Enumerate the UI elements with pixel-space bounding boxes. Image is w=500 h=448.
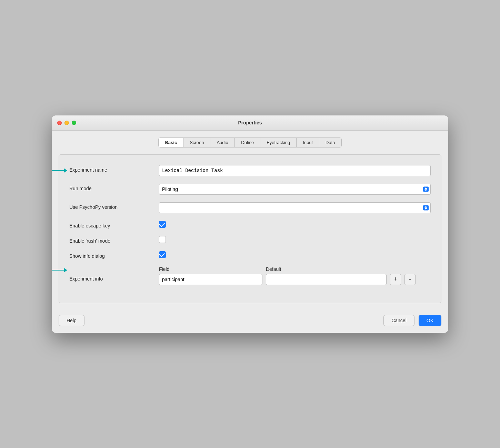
arrow-up-icon (424, 187, 427, 189)
run-mode-row: Run mode Piloting Running (69, 184, 431, 195)
rush-mode-checkbox[interactable] (159, 236, 166, 243)
title-bar: Properties (52, 115, 448, 131)
show-info-dialog-checkbox-wrapper (159, 251, 431, 258)
window-footer: Help Cancel OK (52, 310, 448, 333)
arrow-down-icon (424, 208, 427, 210)
minimize-button[interactable] (64, 121, 69, 125)
psychopy-version-select-wrapper (159, 202, 431, 213)
show-info-dialog-label: Show info dialog (69, 251, 159, 259)
footer-right: Cancel OK (383, 315, 441, 326)
rush-mode-row: Enable 'rush' mode (69, 236, 431, 244)
experiment-name-control (159, 165, 431, 176)
info-table-header: Field Default (159, 266, 431, 272)
cancel-button[interactable]: Cancel (383, 315, 414, 326)
window-body: Basic Screen Audio Online Eyetracking In… (52, 131, 448, 310)
tab-input[interactable]: Input (296, 138, 319, 147)
info-default-input[interactable] (266, 274, 387, 285)
experiment-name-label: Experiment name (69, 165, 159, 173)
escape-key-row: Enable escape key (69, 221, 431, 228)
traffic-lights (57, 121, 76, 125)
tab-bar: Basic Screen Audio Online Eyetracking In… (59, 138, 441, 147)
close-button[interactable] (57, 121, 62, 125)
tab-data[interactable]: Data (319, 138, 341, 147)
escape-key-label: Enable escape key (69, 221, 159, 228)
psychopy-version-row: Use PsychoPy version (69, 202, 431, 213)
psychopy-version-arrows[interactable] (423, 205, 429, 210)
show-info-dialog-row: Show info dialog (69, 251, 431, 259)
run-mode-select[interactable]: Piloting Running (159, 184, 431, 195)
experiment-name-input[interactable] (159, 165, 431, 176)
info-field-input[interactable] (159, 274, 262, 285)
maximize-button[interactable] (72, 121, 76, 125)
tab-online[interactable]: Online (234, 138, 260, 147)
experiment-info-row: Experiment info Field Default + - (69, 266, 431, 285)
rush-mode-checkbox-wrapper (159, 236, 431, 243)
info-table-row: + - (159, 274, 431, 285)
tab-basic[interactable]: Basic (158, 138, 183, 147)
field-header: Field (159, 266, 266, 272)
ok-button[interactable]: OK (419, 315, 441, 326)
run-mode-select-wrapper: Piloting Running (159, 184, 431, 195)
experiment-name-row: Experiment name (69, 165, 431, 176)
psychopy-version-label: Use PsychoPy version (69, 202, 159, 210)
arrow-up-icon (424, 206, 427, 207)
window-title: Properties (238, 120, 262, 125)
remove-info-button[interactable]: - (404, 274, 416, 285)
escape-key-checkbox-wrapper (159, 221, 431, 228)
rush-mode-label: Enable 'rush' mode (69, 236, 159, 244)
psychopy-version-control (159, 202, 431, 213)
tab-audio[interactable]: Audio (210, 138, 234, 147)
escape-key-checkbox[interactable] (159, 221, 166, 228)
content-panel: Experiment name Run mode Piloting Runnin… (59, 154, 441, 303)
properties-window: Properties Basic Screen Audio Online Eye… (52, 115, 448, 333)
psychopy-version-select[interactable] (159, 202, 431, 213)
arrow-down-icon (424, 189, 427, 191)
experiment-info-control: Field Default + - (159, 266, 431, 285)
add-info-button[interactable]: + (390, 274, 401, 285)
escape-key-control (159, 221, 431, 228)
run-mode-arrows[interactable] (423, 186, 429, 192)
experiment-info-label: Experiment info (69, 266, 159, 282)
run-mode-control: Piloting Running (159, 184, 431, 195)
default-header: Default (266, 266, 281, 272)
help-button[interactable]: Help (59, 315, 84, 326)
show-info-dialog-checkbox[interactable] (159, 251, 166, 258)
show-info-dialog-control (159, 251, 431, 258)
rush-mode-control (159, 236, 431, 243)
tab-screen[interactable]: Screen (183, 138, 210, 147)
run-mode-label: Run mode (69, 184, 159, 191)
tab-eyetracking[interactable]: Eyetracking (260, 138, 296, 147)
